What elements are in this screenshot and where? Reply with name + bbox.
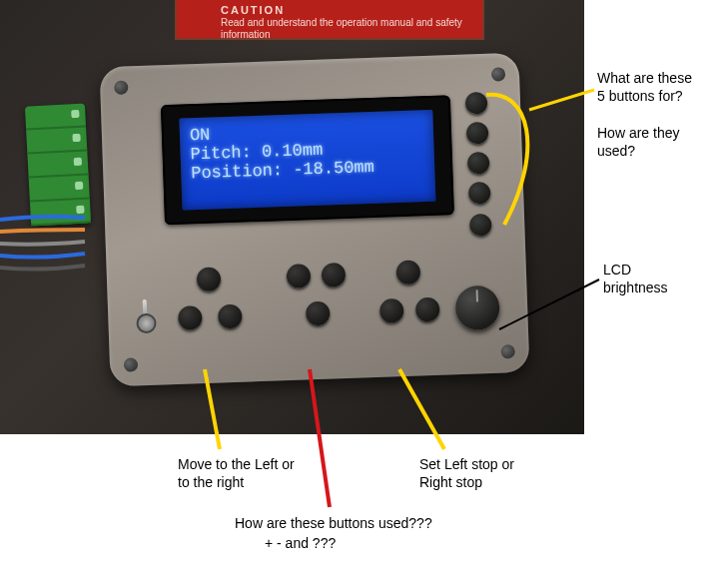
caution-plate: CAUTION Read and understand the operatio… bbox=[175, 0, 484, 40]
side-button-1[interactable] bbox=[465, 92, 488, 115]
screw-icon bbox=[114, 80, 128, 94]
annotation-side-q1: What are these 5 buttons for? bbox=[597, 70, 692, 105]
side-button-3[interactable] bbox=[467, 152, 490, 175]
stop-upper-button[interactable] bbox=[395, 260, 420, 284]
caution-line1: Read and understand the operation manual… bbox=[221, 17, 462, 40]
device-photo: CAUTION Read and understand the operatio… bbox=[0, 0, 584, 434]
set-right-stop-button[interactable] bbox=[415, 297, 440, 322]
lcd-screen: ON Pitch: 0.10mm Position: -18.50mm bbox=[179, 110, 435, 211]
side-button-2[interactable] bbox=[466, 122, 489, 145]
middle-unknown-button[interactable] bbox=[306, 301, 331, 326]
power-toggle[interactable] bbox=[136, 297, 153, 334]
screw-icon bbox=[500, 344, 514, 358]
plus-button[interactable] bbox=[287, 264, 312, 288]
annotation-set-stop: Set Left stop or Right stop bbox=[419, 456, 514, 491]
annotation-brightness: LCD brightness bbox=[603, 262, 668, 296]
screw-icon bbox=[124, 357, 138, 371]
caution-title: CAUTION bbox=[221, 4, 285, 16]
annotation-mid-sub: + - and ??? bbox=[265, 535, 336, 553]
lcd-bezel: ON Pitch: 0.10mm Position: -18.50mm bbox=[161, 95, 454, 225]
move-up-button[interactable] bbox=[197, 267, 222, 291]
move-left-button[interactable] bbox=[178, 305, 203, 330]
screw-icon bbox=[491, 67, 505, 81]
annotation-mid-q: How are these buttons used??? bbox=[235, 515, 432, 533]
set-left-stop-button[interactable] bbox=[379, 298, 404, 323]
annotation-side-q2: How are they used? bbox=[597, 125, 679, 160]
terminal-block bbox=[25, 104, 91, 227]
side-button-5[interactable] bbox=[469, 214, 492, 237]
side-button-4[interactable] bbox=[468, 182, 491, 205]
annotation-move-lr: Move to the Left or to the right bbox=[178, 456, 295, 491]
control-panel: ON Pitch: 0.10mm Position: -18.50mm bbox=[100, 53, 530, 386]
lcd-brightness-knob[interactable] bbox=[454, 285, 500, 331]
minus-button[interactable] bbox=[322, 263, 347, 287]
move-right-button[interactable] bbox=[218, 304, 243, 329]
